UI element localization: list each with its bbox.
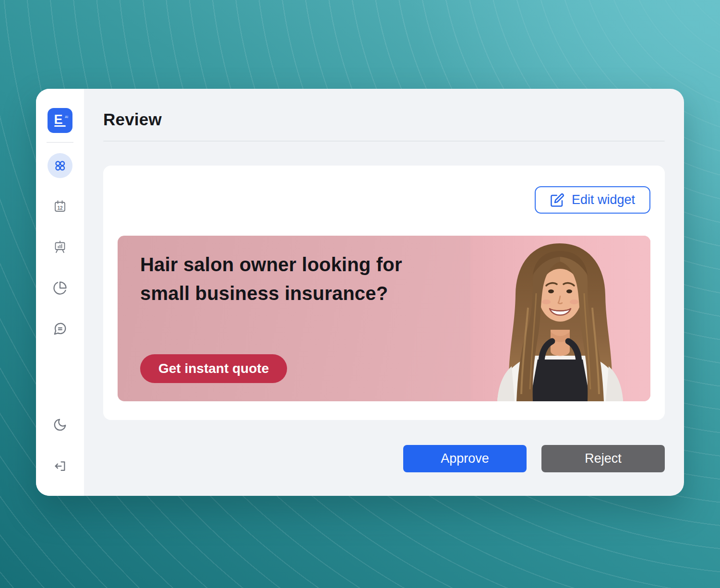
logo-underline [54, 125, 66, 127]
sidebar-divider [47, 142, 73, 143]
page-title: Review [103, 110, 665, 129]
sidebar-item-analytics[interactable] [48, 276, 72, 300]
logout-icon [53, 459, 67, 473]
desktop-background: { "app": { "logo": { "letter": "E", "sub… [0, 0, 720, 588]
edit-pencil-icon [550, 193, 564, 207]
main-content: Review Edit widget Hair salon owner look… [84, 89, 684, 496]
chat-icon [53, 322, 67, 336]
calendar-icon: 12 [52, 199, 68, 214]
app-window: E AI 12 [36, 89, 684, 496]
reject-button[interactable]: Reject [541, 445, 665, 472]
edit-widget-label: Edit widget [572, 192, 635, 207]
header-divider [103, 141, 665, 142]
ad-banner-preview: Hair salon owner looking for small busin… [118, 236, 650, 401]
logo-letter: E [54, 113, 62, 126]
sidebar: E AI 12 [36, 89, 84, 496]
calendar-day-number: 12 [57, 205, 63, 211]
sidebar-item-messages[interactable] [48, 316, 72, 341]
banner-headline: Hair salon owner looking for small busin… [140, 250, 411, 308]
get-instant-quote-button[interactable]: Get instant quote [140, 354, 287, 383]
approve-button[interactable]: Approve [403, 445, 527, 472]
widget-review-card: Edit widget Hair salon owner looking for… [103, 166, 665, 420]
review-actions: Approve Reject [103, 445, 665, 472]
sidebar-item-presentation[interactable] [48, 235, 72, 260]
sidebar-item-calendar[interactable]: 12 [48, 194, 72, 219]
sidebar-item-dashboard[interactable] [48, 153, 72, 178]
logout-button[interactable] [48, 454, 72, 479]
logo-ai-label: AI [65, 115, 68, 119]
edit-widget-button[interactable]: Edit widget [535, 186, 650, 214]
woman-photo-illustration [470, 236, 650, 401]
pie-chart-icon [53, 281, 67, 295]
moon-icon [53, 418, 67, 432]
edit-row: Edit widget [118, 186, 650, 214]
sidebar-footer [48, 412, 72, 479]
app-logo[interactable]: E AI [48, 108, 72, 133]
dark-mode-toggle[interactable] [48, 412, 72, 437]
presentation-chart-icon [52, 240, 68, 255]
sidebar-nav: 12 [48, 153, 72, 341]
grid-icon [53, 158, 67, 173]
